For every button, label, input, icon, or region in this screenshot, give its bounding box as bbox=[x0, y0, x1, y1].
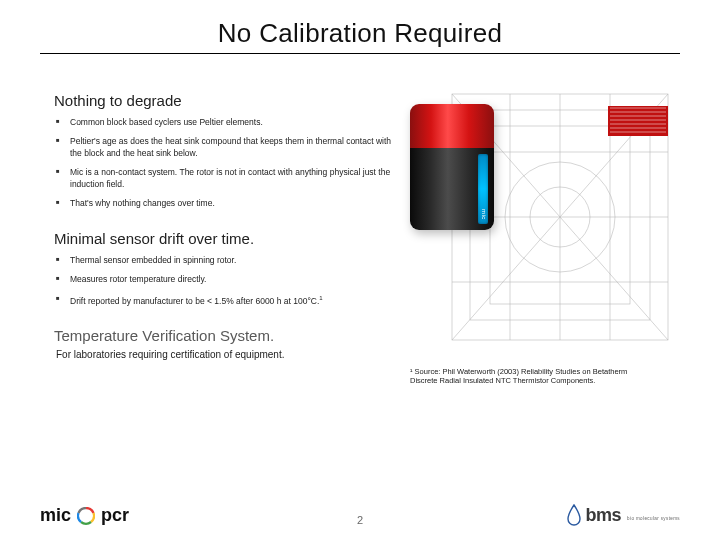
device-body: mic bbox=[410, 148, 494, 230]
footnote-ref: 1 bbox=[319, 295, 322, 301]
logo-pcr-text: pcr bbox=[101, 505, 129, 526]
list-item: Measures rotor temperature directly. bbox=[54, 274, 398, 285]
device-top bbox=[410, 104, 494, 148]
device-illustration: mic bbox=[410, 92, 670, 342]
device-render: mic bbox=[410, 104, 494, 230]
footer: mic pcr bms bio molecular systems bbox=[0, 484, 720, 540]
logo-bms-text: bms bbox=[586, 505, 622, 526]
logo-mic-pcr: mic pcr bbox=[40, 505, 129, 526]
device-label: mic bbox=[481, 209, 487, 220]
list-item: Drift reported by manufacturer to be < 1… bbox=[54, 294, 398, 307]
left-column: Nothing to degrade Common block based cy… bbox=[40, 92, 410, 360]
page-title: No Calibration Required bbox=[40, 18, 680, 49]
list-item-text: Drift reported by manufacturer to be < 1… bbox=[70, 296, 319, 306]
svg-rect-13 bbox=[608, 106, 668, 136]
ring-icon bbox=[77, 507, 95, 525]
drop-icon bbox=[566, 504, 582, 526]
page-number: 2 bbox=[357, 514, 363, 526]
list-item: Peltier's age as does the heat sink comp… bbox=[54, 136, 398, 159]
section-subtext-verify: For laboratories requiring certification… bbox=[54, 349, 398, 360]
title-rule bbox=[40, 53, 680, 54]
bullets-drift: Thermal sensor embedded in spinning roto… bbox=[54, 255, 398, 307]
logo-bms-subtext: bio molecular systems bbox=[627, 516, 680, 521]
footnote-text: ¹ Source: Phil Waterworth (2003) Reliabi… bbox=[410, 367, 650, 386]
list-item: Common block based cyclers use Peltier e… bbox=[54, 117, 398, 128]
logo-mic-text: mic bbox=[40, 505, 71, 526]
list-item: That's why nothing changes over time. bbox=[54, 198, 398, 209]
slide: No Calibration Required Nothing to degra… bbox=[0, 0, 720, 540]
section-heading-verify: Temperature Verification System. bbox=[54, 327, 398, 344]
content-area: Nothing to degrade Common block based cy… bbox=[40, 92, 680, 360]
section-heading-drift: Minimal sensor drift over time. bbox=[54, 230, 398, 247]
list-item: Mic is a non-contact system. The rotor i… bbox=[54, 167, 398, 190]
logo-bms: bms bio molecular systems bbox=[566, 504, 680, 526]
section-heading-degrade: Nothing to degrade bbox=[54, 92, 398, 109]
right-column: mic ¹ Source: Phil Waterworth (2003) Rel… bbox=[410, 92, 680, 360]
bullets-degrade: Common block based cyclers use Peltier e… bbox=[54, 117, 398, 210]
list-item: Thermal sensor embedded in spinning roto… bbox=[54, 255, 398, 266]
